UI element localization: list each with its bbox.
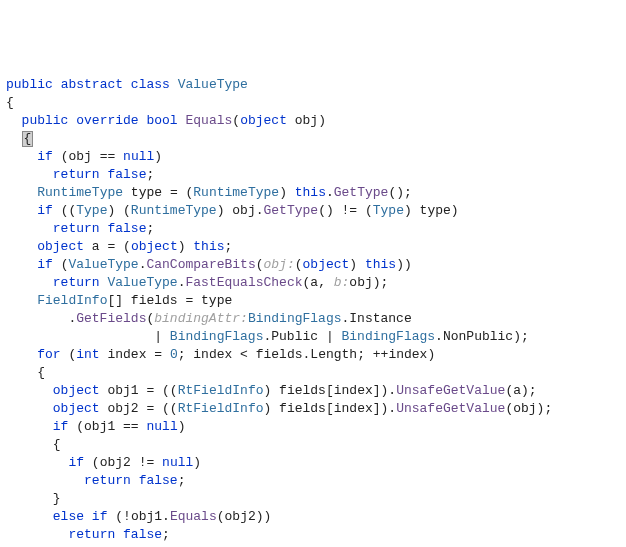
var: obj — [349, 275, 372, 290]
keyword: object — [53, 383, 100, 398]
inline-hint: bindingAttr: — [154, 311, 248, 326]
var: obj — [232, 203, 255, 218]
var: fields — [279, 401, 326, 416]
keyword: int — [76, 347, 99, 362]
op: != — [342, 203, 358, 218]
code-block: public abstract class ValueType { public… — [6, 76, 620, 547]
keyword: object — [240, 113, 287, 128]
keyword: if — [68, 455, 84, 470]
inline-hint: b: — [334, 275, 350, 290]
open-brace-highlight: { — [22, 131, 34, 147]
keyword: public — [6, 77, 53, 92]
var: obj — [68, 149, 91, 164]
keyword: return — [84, 473, 131, 488]
keyword: for — [37, 347, 60, 362]
var: obj2 — [107, 401, 138, 416]
var: a — [92, 239, 100, 254]
keyword: return — [53, 221, 100, 236]
op: == — [100, 149, 116, 164]
var: type — [201, 293, 232, 308]
type: Type — [76, 203, 107, 218]
enum: Instance — [349, 311, 411, 326]
type: FieldInfo — [37, 293, 107, 308]
var: obj — [513, 401, 536, 416]
keyword: return — [68, 527, 115, 542]
type: RtFieldInfo — [178, 383, 264, 398]
param: obj — [295, 113, 318, 128]
var: type — [131, 185, 162, 200]
type: BindingFlags — [248, 311, 342, 326]
var: a — [310, 275, 318, 290]
keyword: object — [53, 401, 100, 416]
keyword: false — [139, 473, 178, 488]
keyword: null — [162, 455, 193, 470]
method-call: FastEqualsCheck — [185, 275, 302, 290]
var: index — [107, 347, 146, 362]
method-call: GetType — [264, 203, 319, 218]
var: fields — [131, 293, 178, 308]
keyword: if — [37, 257, 53, 272]
keyword: false — [107, 221, 146, 236]
keyword: false — [107, 167, 146, 182]
type: RuntimeType — [131, 203, 217, 218]
type: RuntimeType — [193, 185, 279, 200]
keyword: if — [37, 149, 53, 164]
op: ++ — [373, 347, 389, 362]
type: ValueType — [68, 257, 138, 272]
type: BindingFlags — [341, 329, 435, 344]
keyword: else — [53, 509, 84, 524]
var: a — [513, 383, 521, 398]
var: obj1 — [84, 419, 115, 434]
class-name: ValueType — [178, 77, 248, 92]
var: obj2 — [225, 509, 256, 524]
method-call: UnsafeGetValue — [396, 401, 505, 416]
var: type — [420, 203, 451, 218]
type: RuntimeType — [37, 185, 123, 200]
keyword: abstract — [61, 77, 123, 92]
keyword: null — [146, 419, 177, 434]
type: RtFieldInfo — [178, 401, 264, 416]
keyword: return — [53, 167, 100, 182]
keyword: bool — [146, 113, 177, 128]
keyword: this — [295, 185, 326, 200]
keyword: return — [53, 275, 100, 290]
method-call: GetType — [334, 185, 389, 200]
method-name: Equals — [186, 113, 233, 128]
keyword: object — [303, 257, 350, 272]
keyword: object — [37, 239, 84, 254]
var: index — [193, 347, 232, 362]
op: != — [139, 455, 155, 470]
keyword: this — [365, 257, 396, 272]
keyword: class — [131, 77, 170, 92]
keyword: this — [193, 239, 224, 254]
keyword: false — [123, 527, 162, 542]
inline-hint: obj: — [264, 257, 295, 272]
var: obj1 — [107, 383, 138, 398]
method-call: GetFields — [76, 311, 146, 326]
prop: Length — [310, 347, 357, 362]
keyword: object — [131, 239, 178, 254]
enum: NonPublic — [443, 329, 513, 344]
var: index — [388, 347, 427, 362]
var: index — [334, 401, 373, 416]
method-call: Equals — [170, 509, 217, 524]
keyword: override — [76, 113, 138, 128]
var: fields — [279, 383, 326, 398]
var: fields — [256, 347, 303, 362]
keyword: if — [37, 203, 53, 218]
keyword: if — [53, 419, 69, 434]
var: index — [334, 383, 373, 398]
enum: Public — [271, 329, 318, 344]
type: BindingFlags — [170, 329, 264, 344]
var: obj2 — [100, 455, 131, 470]
method-call: CanCompareBits — [146, 257, 255, 272]
method-call: UnsafeGetValue — [396, 383, 505, 398]
type: Type — [373, 203, 404, 218]
keyword: public — [22, 113, 69, 128]
keyword: null — [123, 149, 154, 164]
op: == — [123, 419, 139, 434]
var: obj1 — [131, 509, 162, 524]
number: 0 — [170, 347, 178, 362]
op: ! — [123, 509, 131, 524]
keyword: if — [92, 509, 108, 524]
